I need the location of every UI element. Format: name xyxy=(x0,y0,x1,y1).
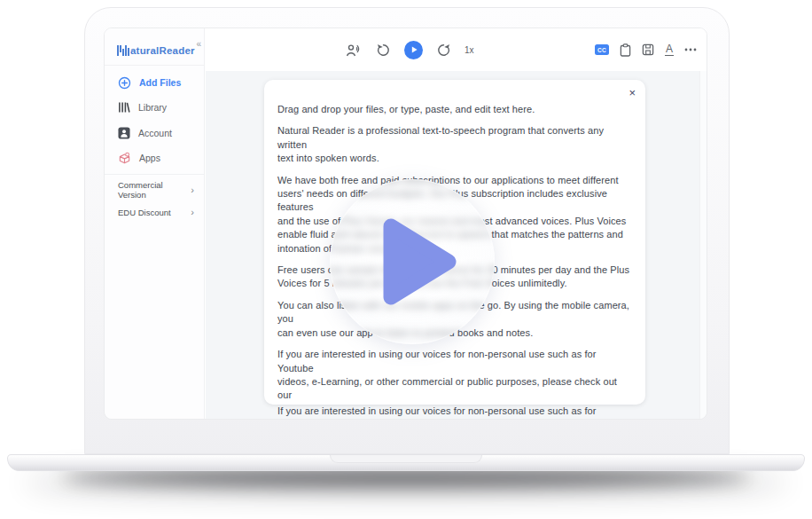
save-icon xyxy=(642,43,654,56)
forward-icon xyxy=(436,43,451,58)
sidebar-item-label: Apps xyxy=(139,153,160,163)
add-circle-icon xyxy=(118,76,131,90)
sidebar-link-edu-discount[interactable]: EDU Discount › xyxy=(105,202,204,222)
toolbar-right-controls: CC A xyxy=(595,28,697,71)
apps-icon xyxy=(118,152,131,165)
paragraph-line: If you are interested in using our voice… xyxy=(277,348,634,375)
rewind-button[interactable] xyxy=(376,43,391,58)
cc-toggle-button[interactable]: CC xyxy=(595,44,609,55)
sidebar-item-account[interactable]: Account xyxy=(105,122,204,145)
paragraph-line: If you are interested in using our voice… xyxy=(277,405,634,419)
scrollbar-track[interactable] xyxy=(699,71,707,419)
paragraph-line: videos, e-Learning, or other commercial … xyxy=(277,375,634,403)
clipboard-icon xyxy=(620,43,631,57)
sidebar-link-label: EDU Discount xyxy=(118,208,171,217)
laptop-base xyxy=(7,454,805,471)
logo-text: aturalReader xyxy=(130,43,195,58)
speaking-person-icon xyxy=(346,43,363,57)
sidebar-collapse-icon[interactable]: « xyxy=(196,39,201,49)
big-play-icon xyxy=(383,218,457,305)
close-icon[interactable]: × xyxy=(629,86,636,99)
chevron-right-icon: › xyxy=(191,207,194,217)
paragraph: Natural Reader is a professional text-to… xyxy=(277,124,634,165)
sidebar: aturalReader « Add Files Library Acco xyxy=(105,28,205,419)
play-button[interactable] xyxy=(404,41,423,59)
sidebar-link-label: Commercial Version xyxy=(118,180,191,200)
sidebar-item-apps[interactable]: Apps xyxy=(105,146,204,169)
speed-button[interactable]: 1x xyxy=(465,45,474,55)
logo-bars-icon xyxy=(116,43,129,58)
text-format-button[interactable]: A xyxy=(665,43,674,56)
voice-select-button[interactable] xyxy=(346,43,363,57)
save-button[interactable] xyxy=(642,43,654,56)
sidebar-item-label: Add Files xyxy=(139,77,181,88)
chevron-right-icon: › xyxy=(191,185,194,195)
toolbar: 1x CC A xyxy=(206,28,707,72)
paragraph: Drag and drop your files, or type, paste… xyxy=(277,103,634,116)
laptop-base-notch xyxy=(330,455,482,463)
app-screen: aturalReader « Add Files Library Acco xyxy=(105,28,707,419)
sidebar-item-label: Account xyxy=(138,128,172,138)
account-icon xyxy=(118,127,130,139)
forward-button[interactable] xyxy=(436,43,451,58)
sidebar-divider xyxy=(105,174,204,175)
library-icon xyxy=(118,101,130,114)
app-logo: aturalReader xyxy=(116,43,195,58)
play-icon xyxy=(410,45,418,54)
sidebar-link-commercial-version[interactable]: Commercial Version › xyxy=(105,180,204,200)
paragraph: If you are interested in using our voice… xyxy=(277,405,634,419)
sidebar-item-label: Library xyxy=(138,102,167,113)
paragraph: If you are interested in using our voice… xyxy=(277,348,634,403)
sidebar-divider xyxy=(105,65,204,66)
sidebar-item-library[interactable]: Library xyxy=(105,96,204,119)
sidebar-item-add-files[interactable]: Add Files xyxy=(105,71,204,94)
paragraph-line: We have both free and paid subscriptions… xyxy=(277,174,634,187)
video-play-overlay[interactable] xyxy=(330,179,495,344)
rewind-icon xyxy=(376,43,391,58)
paragraph-line: Drag and drop your files, or type, paste… xyxy=(277,103,634,116)
ellipsis-icon xyxy=(684,48,697,51)
more-options-button[interactable] xyxy=(684,48,697,51)
paragraph-line: text into spoken words. xyxy=(277,152,634,165)
paragraph-line: Natural Reader is a professional text-to… xyxy=(277,124,634,152)
playback-controls: 1x xyxy=(346,28,474,71)
clipboard-button[interactable] xyxy=(620,43,631,57)
